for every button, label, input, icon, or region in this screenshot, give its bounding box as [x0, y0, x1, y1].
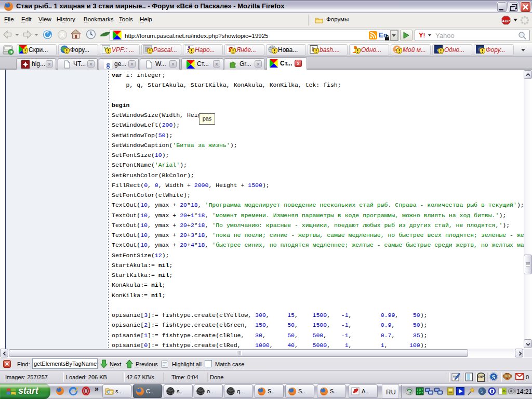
svg-text:g: g: [107, 61, 110, 69]
svg-text:S: S: [492, 374, 496, 381]
svg-text:a: a: [481, 389, 484, 394]
svg-text:RIP: RIP: [478, 375, 485, 379]
svg-text:ABP: ABP: [502, 19, 510, 23]
